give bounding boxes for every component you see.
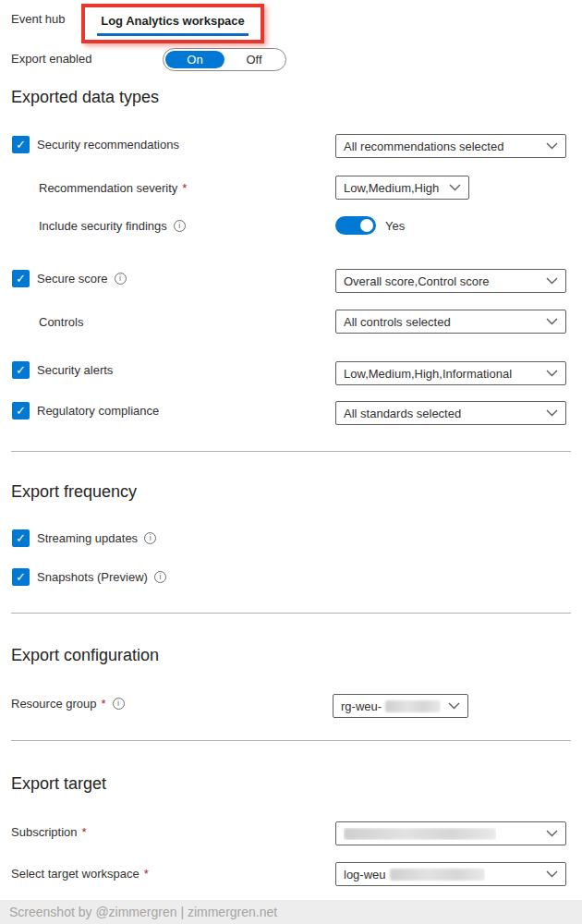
standards-dropdown-value: All standards selected <box>344 407 461 420</box>
include-security-findings-label-text: Include security findings <box>39 219 167 233</box>
controls-dropdown[interactable]: All controls selected <box>335 310 566 334</box>
required-asterisk: * <box>82 825 87 839</box>
row-security-alerts: ✓ Security alerts <box>12 361 113 379</box>
section-divider <box>11 613 571 614</box>
chevron-down-icon <box>546 142 558 150</box>
redacted-value <box>344 828 496 840</box>
check-icon: ✓ <box>16 404 26 418</box>
include-security-findings-label: Include security findings i <box>39 219 186 233</box>
info-icon[interactable]: i <box>144 532 156 544</box>
toggle-on-option[interactable]: On <box>165 51 224 68</box>
subscription-label: Subscription * <box>11 825 87 839</box>
streaming-updates-checkbox[interactable]: ✓ <box>12 529 30 547</box>
toggle-knob <box>360 219 373 232</box>
security-recommendations-checkbox[interactable]: ✓ <box>12 136 30 153</box>
severity-dropdown[interactable]: Low,Medium,High <box>335 176 469 200</box>
chevron-down-icon <box>546 370 558 377</box>
subscription-label-text: Subscription <box>11 825 78 839</box>
snapshots-label: Snapshots (Preview) i <box>37 570 166 584</box>
chevron-down-icon <box>546 409 558 417</box>
continuous-export-settings-page: { "required_marker": "*", "icons": { "ch… <box>0 0 582 924</box>
info-icon[interactable]: i <box>154 571 166 583</box>
snapshots-checkbox[interactable]: ✓ <box>12 568 30 586</box>
controls-label: Controls <box>39 315 83 329</box>
info-icon[interactable]: i <box>174 220 186 232</box>
snapshots-label-text: Snapshots (Preview) <box>37 570 148 584</box>
chevron-down-icon <box>448 702 460 710</box>
check-icon: ✓ <box>16 570 26 584</box>
regulatory-compliance-label: Regulatory compliance <box>37 404 159 418</box>
tab-log-analytics-workspace[interactable]: Log Analytics workspace <box>97 12 249 36</box>
secure-score-label: Secure score i <box>37 272 127 286</box>
target-workspace-label: Select target workspace * <box>11 867 149 881</box>
section-title-export-configuration: Export configuration <box>11 646 159 665</box>
include-security-findings-toggle[interactable] <box>335 216 376 235</box>
resource-group-dropdown-value: rg-weu- <box>341 699 441 713</box>
security-alerts-label: Security alerts <box>37 363 113 377</box>
section-title-export-target: Export target <box>11 774 106 794</box>
chevron-down-icon <box>449 184 461 191</box>
recommendations-dropdown[interactable]: All recommendations selected <box>335 134 566 158</box>
resource-group-value-prefix: rg-weu- <box>341 699 382 713</box>
row-snapshots: ✓ Snapshots (Preview) i <box>12 568 166 586</box>
resource-group-label-text: Resource group <box>11 697 97 711</box>
required-asterisk: * <box>144 867 149 881</box>
required-asterisk: * <box>102 697 106 711</box>
row-regulatory-compliance: ✓ Regulatory compliance <box>12 402 159 419</box>
check-icon: ✓ <box>16 272 26 286</box>
tab-event-hub[interactable]: Event hub <box>11 12 66 26</box>
export-enabled-label: Export enabled <box>11 52 91 66</box>
subscription-dropdown[interactable] <box>335 821 566 845</box>
section-title-export-frequency: Export frequency <box>11 482 137 502</box>
check-icon: ✓ <box>16 138 26 152</box>
subscription-dropdown-value <box>344 828 496 840</box>
chevron-down-icon <box>546 870 558 878</box>
target-workspace-dropdown[interactable]: log-weu <box>335 862 566 886</box>
redacted-value <box>385 700 441 712</box>
standards-dropdown[interactable]: All standards selected <box>335 401 566 425</box>
streaming-updates-label: Streaming updates i <box>37 531 156 545</box>
row-security-recommendations: ✓ Security recommendations <box>12 136 179 153</box>
include-security-findings-toggle-state: Yes <box>385 219 405 233</box>
target-workspace-label-text: Select target workspace <box>11 867 139 881</box>
controls-dropdown-value: All controls selected <box>344 315 451 329</box>
alerts-severity-dropdown[interactable]: Low,Medium,High,Informational <box>335 361 566 385</box>
resource-group-label: Resource group * i <box>11 697 125 711</box>
secure-score-checkbox[interactable]: ✓ <box>12 270 30 287</box>
security-alerts-checkbox[interactable]: ✓ <box>12 361 30 379</box>
watermark-text: Screenshot by @zimmergren | zimmergren.n… <box>9 905 277 919</box>
chevron-down-icon <box>546 318 558 325</box>
chevron-down-icon <box>546 277 558 285</box>
secure-score-dropdown-value: Overall score,Control score <box>344 274 490 288</box>
section-divider <box>11 451 571 452</box>
check-icon: ✓ <box>16 531 26 545</box>
alerts-severity-dropdown-value: Low,Medium,High,Informational <box>344 367 512 381</box>
target-workspace-dropdown-value: log-weu <box>344 868 485 881</box>
export-enabled-toggle[interactable]: On Off <box>163 48 286 71</box>
target-workspace-value-prefix: log-weu <box>344 868 386 881</box>
resource-group-dropdown[interactable]: rg-weu- <box>333 694 468 718</box>
row-secure-score: ✓ Secure score i <box>12 270 127 287</box>
info-icon[interactable]: i <box>115 273 127 285</box>
security-recommendations-label: Security recommendations <box>37 138 179 152</box>
secure-score-dropdown[interactable]: Overall score,Control score <box>335 269 566 293</box>
section-divider <box>11 740 571 741</box>
secure-score-label-text: Secure score <box>37 272 108 286</box>
chevron-down-icon <box>546 830 558 837</box>
recommendations-dropdown-value: All recommendations selected <box>344 140 503 153</box>
required-asterisk: * <box>182 181 187 195</box>
check-icon: ✓ <box>16 363 26 377</box>
section-title-exported-data-types: Exported data types <box>11 88 159 107</box>
recommendation-severity-label: Recommendation severity * <box>39 181 187 195</box>
info-icon[interactable]: i <box>113 698 125 710</box>
regulatory-compliance-checkbox[interactable]: ✓ <box>12 402 30 419</box>
streaming-updates-label-text: Streaming updates <box>37 531 138 545</box>
red-highlight-box: Log Analytics workspace <box>81 4 264 43</box>
row-streaming-updates: ✓ Streaming updates i <box>12 529 156 547</box>
watermark-footer: Screenshot by @zimmergren | zimmergren.n… <box>0 900 582 924</box>
toggle-off-option[interactable]: Off <box>224 51 284 68</box>
recommendation-severity-label-text: Recommendation severity <box>39 181 177 195</box>
severity-dropdown-value: Low,Medium,High <box>344 181 439 195</box>
redacted-value <box>390 869 485 881</box>
